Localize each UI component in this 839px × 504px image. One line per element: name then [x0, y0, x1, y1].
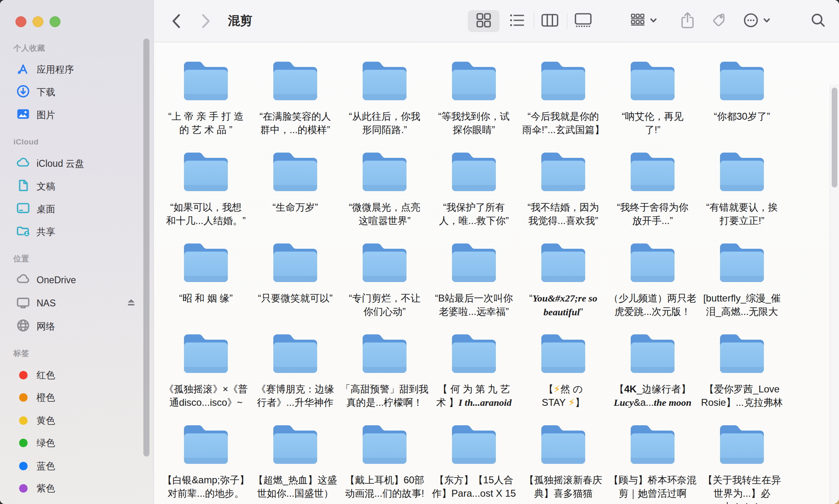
folder-icon [449, 59, 499, 101]
tag-color-dot [19, 462, 28, 470]
minimize-button[interactable] [32, 16, 43, 27]
sidebar-item-绿色[interactable]: 绿色 [9, 431, 143, 454]
folder-item[interactable]: 【白银&amp;弥子】对前辈...的地步。 [161, 406, 251, 497]
icon-view-button[interactable] [468, 0, 500, 42]
gallery-view-icon [574, 11, 592, 31]
folder-name: “B站最后一次叫你老婆啦...远幸福” [429, 291, 519, 318]
folder-item[interactable]: 《孤独摇滚》×《普通disco...isco》~ [161, 315, 251, 406]
more-button[interactable] [741, 0, 772, 42]
sidebar-item-文稿[interactable]: 文稿 [9, 175, 143, 198]
folder-item[interactable]: “如果可以，我想和十几...人结婚。” [161, 133, 251, 224]
share-button[interactable] [677, 0, 698, 42]
folder-icon [359, 241, 410, 283]
folder-name: 【顾与】桥本环奈混剪｜她曾活过啊 [608, 473, 697, 500]
folder-name: 【关于我转生在异世界为...】必火！！！ [697, 473, 787, 504]
sidebar-item-橙色[interactable]: 橙色 [9, 386, 143, 409]
folder-item[interactable]: “从此往后，你我形同陌路.” [340, 42, 429, 133]
folder-name: 【孤独摇滚新春庆典】喜多猫猫 [519, 473, 608, 500]
folder-icon [538, 241, 588, 283]
folder-item[interactable]: 《赛博朋克：边缘行者》...升华神作 [251, 315, 340, 406]
folder-item[interactable]: “我不结婚，因为我觉得...喜欢我” [519, 133, 608, 224]
tag-button[interactable] [709, 0, 731, 42]
folder-item[interactable]: “微微晨光，点亮这喧嚣世界” [340, 133, 429, 224]
group-button[interactable] [628, 0, 659, 42]
column-view-icon [541, 11, 559, 31]
folder-item[interactable]: 【超燃_热血】这盛世如你...国盛世） [251, 406, 340, 497]
folder-item[interactable]: “You&#x27;re sobeautiful” [519, 224, 608, 315]
zoom-button[interactable] [50, 16, 61, 27]
folder-item[interactable]: 「高甜预警」甜到我真的是...柠檬啊！ [340, 315, 429, 406]
sidebar-section-header: iCloud [13, 138, 39, 146]
folder-item[interactable]: 【4K_边缘行者】Lucy&a...the moon [608, 315, 697, 406]
sidebar-item-下载[interactable]: 下载 [9, 81, 143, 103]
sidebar-item-onedrive[interactable]: OneDrive [9, 269, 143, 291]
folder-item[interactable]: 【爱你罗茜_LoveRosie】...克拉弗林 [697, 315, 787, 406]
folder-icon [359, 332, 410, 374]
folder-icon [627, 332, 678, 374]
gallery-view-button[interactable] [567, 0, 599, 42]
folder-item[interactable]: （少儿频道）两只老虎爱跳...次元版！ [608, 224, 697, 315]
folder-name: “我保护了所有人，唯...救下你” [429, 200, 519, 227]
folder-item[interactable]: 【关于我转生在异世界为...】必火！！！ [697, 406, 787, 497]
folder-item[interactable]: [butterfly_综漫_催泪_高燃...无限大 [697, 224, 787, 315]
tag-icon [711, 11, 729, 31]
folder-item[interactable]: 【东方】【15人合作】Para...ost X 15 [429, 406, 519, 497]
sidebar-item-红色[interactable]: 红色 [9, 364, 143, 386]
folder-item[interactable]: 【顾与】桥本环奈混剪｜她曾活过啊 [608, 406, 697, 497]
folder-item[interactable]: “在满脸笑容的人群中，...的模样” [251, 42, 340, 133]
sidebar-scrollbar[interactable] [143, 39, 149, 457]
back-button[interactable] [166, 0, 186, 42]
folder-item[interactable]: “今后我就是你的雨伞!”...玄武国篇】 [519, 42, 608, 133]
sidebar-item-共享[interactable]: 共享 [9, 220, 143, 243]
folder-icon [270, 241, 320, 283]
sidebar-item-蓝色[interactable]: 蓝色 [9, 454, 143, 477]
sidebar-item-图片[interactable]: 图片 [9, 103, 143, 126]
folder-item[interactable]: 【孤独摇滚新春庆典】喜多猫猫 [519, 406, 608, 497]
search-button[interactable] [808, 0, 829, 42]
folder-name: （少儿频道）两只老虎爱跳...次元版！ [608, 291, 697, 318]
folder-name: 【超燃_热血】这盛世如你...国盛世） [251, 473, 340, 500]
sidebar-item-桌面[interactable]: 桌面 [9, 198, 143, 220]
folder-icon [449, 423, 499, 465]
close-button[interactable] [15, 16, 26, 27]
folder-item[interactable]: “我终于舍得为你放开手...” [608, 133, 697, 224]
folder-item[interactable]: “上 帝 亲 手 打 造的 艺 术 品 ” [161, 42, 251, 133]
folder-item[interactable]: 【戴上耳机】60部动画混...们的故事! [340, 406, 429, 497]
list-view-button[interactable] [501, 0, 533, 42]
folder-item[interactable]: “有错就要认，挨打要立正!” [697, 133, 787, 224]
forward-button[interactable] [196, 0, 216, 42]
folder-item[interactable]: “生命万岁” [251, 133, 340, 224]
folder-icon [717, 423, 767, 465]
sidebar-item-label: 应用程序 [37, 63, 74, 76]
sidebar-item-网络[interactable]: 网络 [9, 315, 143, 338]
sidebar-item-紫色[interactable]: 紫色 [9, 477, 143, 500]
folder-name: “生命万岁” [251, 200, 340, 214]
eject-button[interactable] [125, 296, 137, 310]
folder-item[interactable]: “B站最后一次叫你老婆啦...远幸福” [429, 224, 519, 315]
folder-item[interactable]: 【⚡然 のSTAY ⚡】 [519, 315, 608, 406]
tag-color-dot [19, 439, 28, 447]
folder-item[interactable]: 【 何 为 第 九 艺术 】I th...aranoid [429, 315, 519, 406]
folder-item[interactable]: “只要微笑就可以” [251, 224, 340, 315]
content-scrollbar-track[interactable] [830, 84, 839, 504]
folder-name: “有错就要认，挨打要立正!” [697, 200, 787, 227]
sidebar-item-黄色[interactable]: 黄色 [9, 409, 143, 432]
folder-item[interactable]: “我保护了所有人，唯...救下你” [429, 133, 519, 224]
folder-item[interactable]: “等我找到你，试探你眼睛” [429, 42, 519, 133]
folder-item[interactable]: “你都30岁了” [697, 42, 787, 133]
content-scrollbar-thumb[interactable] [832, 88, 837, 187]
column-view-button[interactable] [534, 0, 566, 42]
folder-name: “你都30岁了” [697, 110, 787, 123]
folder-icon [359, 150, 410, 192]
sidebar-item-应用程序[interactable]: 应用程序 [9, 58, 143, 81]
folder-item[interactable]: “呐艾伦，再见了!” [608, 42, 697, 133]
folder-item[interactable]: “昭 和 姻 缘” [161, 224, 251, 315]
folder-name: “呐艾伦，再见了!” [608, 110, 697, 136]
folder-icon [449, 332, 499, 374]
folder-icon [538, 332, 588, 374]
folder-name: 【东方】【15人合作】Para...ost X 15 [429, 473, 519, 500]
folder-item[interactable]: “专门剪烂，不让你们心动” [340, 224, 429, 315]
sidebar-item-icloud-云盘[interactable]: iCloud 云盘 [9, 152, 143, 175]
sidebar-item-nas[interactable]: NAS [9, 292, 143, 314]
sidebar-item-label: 下载 [37, 86, 55, 99]
